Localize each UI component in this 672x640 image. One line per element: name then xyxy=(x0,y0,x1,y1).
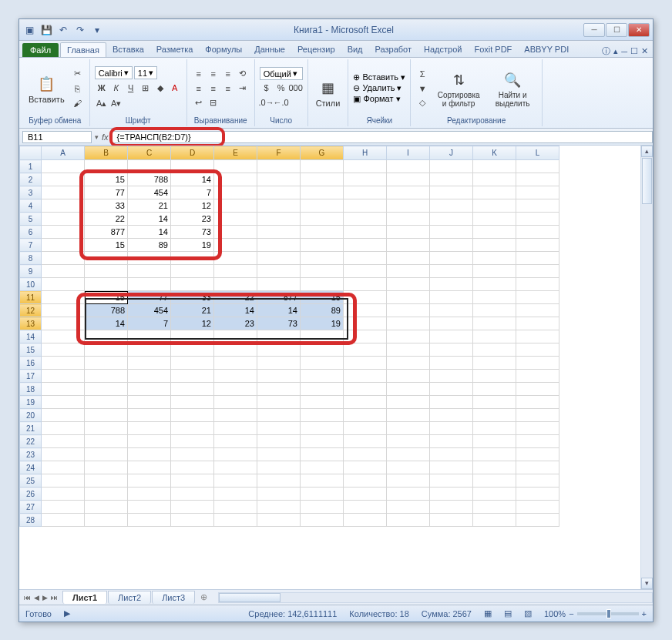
cell[interactable] xyxy=(301,409,344,422)
cell[interactable]: 73 xyxy=(257,317,301,330)
decrease-font-button[interactable]: A▾ xyxy=(109,96,123,110)
align-bottom-button[interactable]: ≡ xyxy=(221,67,235,81)
cell[interactable] xyxy=(430,213,473,226)
cell[interactable] xyxy=(387,409,430,422)
cell[interactable] xyxy=(473,370,516,383)
cell[interactable] xyxy=(301,330,344,343)
zoom-control[interactable]: 100% − + xyxy=(544,609,647,618)
cell[interactable] xyxy=(214,186,257,199)
underline-button[interactable]: Ч xyxy=(124,81,138,95)
view-normal-icon[interactable]: ▦ xyxy=(484,608,492,618)
cell[interactable] xyxy=(128,278,171,291)
cell[interactable] xyxy=(344,239,387,252)
cell[interactable] xyxy=(430,514,473,527)
cell[interactable] xyxy=(42,343,85,357)
row-header[interactable]: 1 xyxy=(20,160,42,173)
cell[interactable] xyxy=(344,357,387,370)
cell[interactable] xyxy=(430,409,473,422)
cut-button[interactable]: ✂ xyxy=(71,67,85,81)
cell[interactable] xyxy=(214,514,257,527)
cell[interactable] xyxy=(387,343,430,357)
merge-button[interactable]: ⊟ xyxy=(207,96,220,110)
cell[interactable] xyxy=(171,488,214,501)
row-header[interactable]: 15 xyxy=(20,343,42,357)
cell[interactable] xyxy=(387,291,430,304)
ribbon-help-icon[interactable]: ⓘ xyxy=(602,45,610,57)
cell[interactable] xyxy=(473,226,516,239)
cell[interactable] xyxy=(516,396,559,409)
undo-icon[interactable]: ↶ xyxy=(56,23,70,37)
cell[interactable] xyxy=(42,357,85,370)
cell[interactable] xyxy=(516,435,559,448)
cell[interactable] xyxy=(344,474,387,488)
align-middle-button[interactable]: ≡ xyxy=(207,67,220,81)
cell[interactable] xyxy=(85,383,128,396)
cell[interactable]: 14 xyxy=(128,213,171,226)
cell[interactable] xyxy=(171,422,214,435)
select-all-corner[interactable] xyxy=(20,146,42,160)
cell[interactable] xyxy=(257,278,301,291)
cell[interactable] xyxy=(387,422,430,435)
delete-cells-button[interactable]: ⊖ Удалить ▾ xyxy=(353,83,405,93)
cell[interactable] xyxy=(473,422,516,435)
cell[interactable] xyxy=(387,226,430,239)
cell[interactable]: 14 xyxy=(257,304,301,317)
cell[interactable] xyxy=(301,357,344,370)
cell[interactable] xyxy=(85,474,128,488)
cell[interactable] xyxy=(301,278,344,291)
cell[interactable] xyxy=(516,501,559,514)
cell[interactable] xyxy=(171,474,214,488)
cell[interactable] xyxy=(516,226,559,239)
ribbon-tab-foxit pdf[interactable]: Foxit PDF xyxy=(468,42,518,57)
row-header[interactable]: 17 xyxy=(20,370,42,383)
cell[interactable] xyxy=(42,173,85,186)
cell[interactable] xyxy=(516,514,559,527)
cell[interactable] xyxy=(85,422,128,435)
bold-button[interactable]: Ж xyxy=(95,81,109,95)
row-header[interactable]: 19 xyxy=(20,396,42,409)
cell[interactable] xyxy=(301,474,344,488)
cell[interactable]: 877 xyxy=(257,291,301,304)
grid[interactable]: ABCDEFGHIJKL1215788143774547433211252214… xyxy=(19,146,653,589)
cell[interactable] xyxy=(430,278,473,291)
cell[interactable] xyxy=(214,226,257,239)
cell[interactable] xyxy=(430,304,473,317)
cell[interactable] xyxy=(85,461,128,474)
cell[interactable] xyxy=(301,383,344,396)
cell[interactable] xyxy=(214,501,257,514)
cell[interactable] xyxy=(430,160,473,173)
cell[interactable] xyxy=(387,448,430,461)
paste-button[interactable]: 📋 Вставить xyxy=(25,72,68,106)
cell[interactable] xyxy=(430,357,473,370)
increase-decimal-button[interactable]: .0→ xyxy=(260,95,274,109)
ribbon-tab-разметка[interactable]: Разметка xyxy=(150,42,200,57)
cell[interactable] xyxy=(257,173,301,186)
clear-button[interactable]: ◇ xyxy=(415,96,429,110)
cell[interactable] xyxy=(387,239,430,252)
cell[interactable] xyxy=(387,357,430,370)
cell[interactable] xyxy=(516,422,559,435)
cell[interactable] xyxy=(473,461,516,474)
cell[interactable] xyxy=(344,173,387,186)
cell[interactable] xyxy=(128,265,171,278)
row-header[interactable]: 20 xyxy=(20,409,42,422)
copy-button[interactable]: ⎘ xyxy=(71,82,85,95)
cell[interactable] xyxy=(128,409,171,422)
cell[interactable] xyxy=(387,514,430,527)
cell[interactable] xyxy=(257,474,301,488)
cell[interactable] xyxy=(516,461,559,474)
cell[interactable] xyxy=(516,474,559,488)
row-header[interactable]: 13 xyxy=(20,317,42,330)
font-size-combo[interactable]: 11▾ xyxy=(134,66,157,79)
cell[interactable] xyxy=(128,514,171,527)
cell[interactable]: 77 xyxy=(85,186,128,199)
cell[interactable] xyxy=(171,461,214,474)
cell[interactable] xyxy=(516,252,559,265)
cell[interactable] xyxy=(516,357,559,370)
wrap-text-button[interactable]: ↩ xyxy=(192,96,206,110)
cell[interactable] xyxy=(257,501,301,514)
row-header[interactable]: 7 xyxy=(20,239,42,252)
cell[interactable] xyxy=(171,252,214,265)
cell[interactable] xyxy=(344,343,387,357)
cell[interactable] xyxy=(387,173,430,186)
